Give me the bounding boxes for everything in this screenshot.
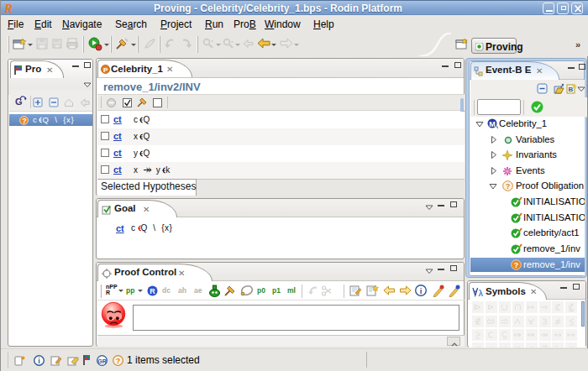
svg-text:λ: λ bbox=[479, 289, 484, 297]
svg-text:?: ? bbox=[116, 357, 121, 365]
svg-text:M: M bbox=[489, 120, 496, 128]
svg-text:B: B bbox=[569, 86, 574, 93]
svg-text:R: R bbox=[150, 287, 155, 295]
svg-text:?: ? bbox=[514, 261, 519, 269]
svg-text:GR: GR bbox=[97, 358, 107, 364]
svg-text:P: P bbox=[103, 66, 108, 74]
svg-text:i: i bbox=[38, 357, 40, 365]
svg-text:?: ? bbox=[506, 182, 511, 191]
svg-text:?: ? bbox=[22, 117, 27, 125]
svg-text:i: i bbox=[420, 286, 423, 295]
